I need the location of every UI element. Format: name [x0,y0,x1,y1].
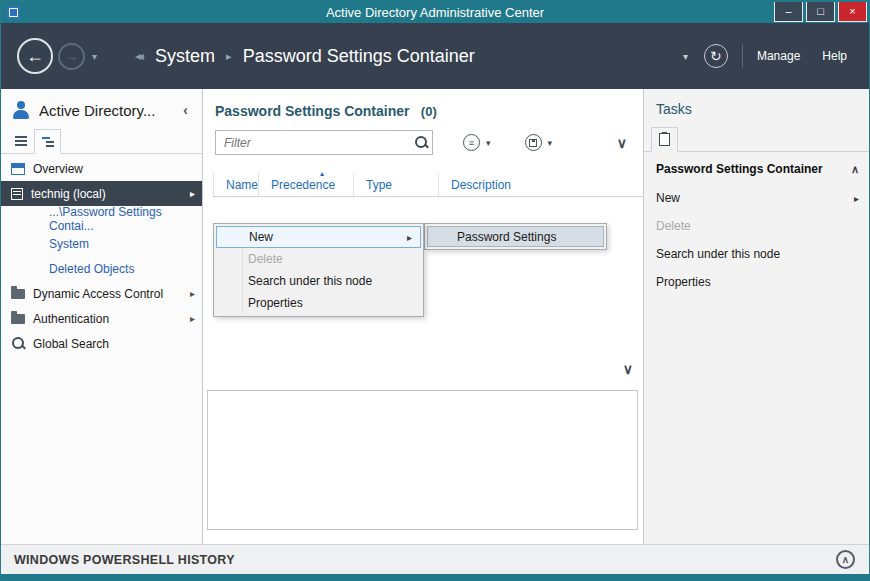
task-item-properties[interactable]: Properties [644,268,869,296]
close-button[interactable]: × [838,2,867,22]
sidebar-collapse-icon[interactable]: ‹ [177,102,194,118]
clipboard-icon [659,133,670,146]
menu-item-label: Search under this node [248,274,372,288]
task-item-label: New [656,191,680,205]
sidebar-item-overview[interactable]: Overview [1,156,202,181]
minimize-button[interactable]: – [774,2,803,22]
preview-pane-chevron-icon[interactable]: ∨ [623,361,633,377]
floppy-icon [529,139,537,147]
sidebar-item-authentication[interactable]: Authentication ▸ [1,306,202,331]
tree-view-icon [42,137,54,147]
context-menu: New ▸ Delete Search under this node Prop… [213,223,424,317]
menu-item-label: Password Settings [457,230,556,244]
sidebar-view-tabs [1,127,202,154]
sidebar-item-password-settings-container[interactable]: ...\Password Settings Contai... [1,206,202,231]
main-pane: Password Settings Container (0) ≡ ▾ ▾ ∨ [203,89,643,546]
page-title: Password Settings Container [215,103,409,119]
filter-box [215,130,433,155]
history-dropdown-icon[interactable]: ▾ [92,51,97,62]
scope-dropdown-icon[interactable]: ▾ [683,51,688,62]
column-header-description[interactable]: Description [438,173,643,196]
back-button[interactable]: ← [17,38,53,74]
view-options-button[interactable]: ≡ ▾ [459,131,495,154]
preview-pane [207,390,638,530]
maximize-button[interactable]: □ [806,2,835,22]
submenu-arrow-icon: ▸ [854,193,859,204]
submenu-item-password-settings[interactable]: Password Settings [427,226,604,247]
navbar-right: ▾ ↻ Manage Help [683,44,869,68]
sidebar-item-label: ...\Password Settings Contai... [49,205,202,233]
filter-input[interactable] [215,130,433,155]
breadcrumb-collapse-icon[interactable]: ◂◂ [135,49,141,63]
tree-view-tab[interactable] [34,129,61,154]
breadcrumb: ◂◂ System ▸ Password Settings Container [135,46,475,67]
column-header-name[interactable]: Name [213,173,258,196]
context-menu-item-search-under-this-node[interactable]: Search under this node [216,270,421,292]
sidebar-header: Active Directory... ‹ [1,89,202,127]
sidebar-item-global-search[interactable]: Global Search [1,331,202,356]
expand-chevron-icon[interactable]: ∧ [836,550,855,569]
breadcrumb-item-system[interactable]: System [155,46,215,67]
sort-ascending-icon: ▴ [320,169,324,178]
sidebar-item-label: Global Search [33,337,109,351]
refresh-icon[interactable]: ↻ [704,44,728,68]
tasks-pane: Tasks Password Settings Container ∧ New … [643,89,869,546]
task-item-delete: Delete [644,212,869,240]
help-menu[interactable]: Help [822,49,847,63]
sidebar-item-label: System [49,237,89,251]
save-query-button[interactable]: ▾ [521,131,557,154]
context-menu-item-properties[interactable]: Properties [216,292,421,314]
search-icon [11,336,26,351]
tasks-tab[interactable] [651,127,678,152]
list-view-tab[interactable] [7,128,34,153]
breadcrumb-item-password-settings-container[interactable]: Password Settings Container [243,46,475,67]
submenu-arrow-icon: ▸ [407,232,412,243]
sidebar-title: Active Directory... [39,102,177,119]
navbar-divider [742,44,743,68]
chevron-down-icon: ▾ [548,138,553,148]
tasks-section-header[interactable]: Password Settings Container ∧ [644,152,869,184]
main-toolbar: ≡ ▾ ▾ ∨ [215,130,629,155]
main-header: Password Settings Container (0) [203,89,643,119]
app-icon [7,6,20,19]
task-item-new[interactable]: New ▸ [644,184,869,212]
powershell-history-bar[interactable]: WINDOWS POWERSHELL HISTORY ∧ [1,544,869,574]
sidebar-item-deleted-objects[interactable]: Deleted Objects [1,256,202,281]
manage-menu[interactable]: Manage [757,49,800,63]
task-item-search-under-this-node[interactable]: Search under this node [644,240,869,268]
task-item-label: Search under this node [656,247,780,261]
window-controls: – □ × [771,2,867,22]
expand-arrow-icon[interactable]: ▸ [190,313,202,324]
context-submenu: Password Settings [424,223,607,250]
chevron-up-icon[interactable]: ∧ [851,163,859,176]
window-title: Active Directory Administrative Center [1,5,869,20]
powershell-history-label: WINDOWS POWERSHELL HISTORY [1,553,235,567]
forward-button[interactable]: → [58,43,85,70]
sidebar-item-system[interactable]: System [1,231,202,256]
expand-arrow-icon[interactable]: ▸ [190,188,202,199]
item-count: (0) [421,104,437,119]
sidebar-item-technig-local[interactable]: technig (local) ▸ [1,181,202,206]
column-header-precedence[interactable]: Precedence [258,173,353,196]
folder-icon [11,314,25,324]
query-pane-chevron-icon[interactable]: ∨ [617,135,629,151]
task-item-label: Delete [656,219,691,233]
tasks-title: Tasks [644,89,869,125]
column-header-row: ▴ Name Precedence Type Description [213,173,643,197]
menu-item-label: Properties [248,296,303,310]
sidebar-items: Overview technig (local) ▸ ...\Password … [1,154,202,356]
context-menu-item-new[interactable]: New ▸ [216,226,421,248]
server-icon [11,188,23,200]
sidebar-item-dynamic-access-control[interactable]: Dynamic Access Control ▸ [1,281,202,306]
task-item-label: Properties [656,275,711,289]
expand-arrow-icon[interactable]: ▸ [190,288,202,299]
sidebar-item-label: Overview [33,162,83,176]
navigation-bar: ← → ▾ ◂◂ System ▸ Password Settings Cont… [1,23,869,89]
folder-icon [11,289,25,299]
context-menu-item-delete: Delete [216,248,421,270]
sidebar-item-label: technig (local) [31,187,106,201]
view-options-icon: ≡ [463,134,480,151]
sidebar-item-label: Authentication [33,312,109,326]
column-header-type[interactable]: Type [353,173,438,196]
chevron-down-icon: ▾ [486,138,491,148]
